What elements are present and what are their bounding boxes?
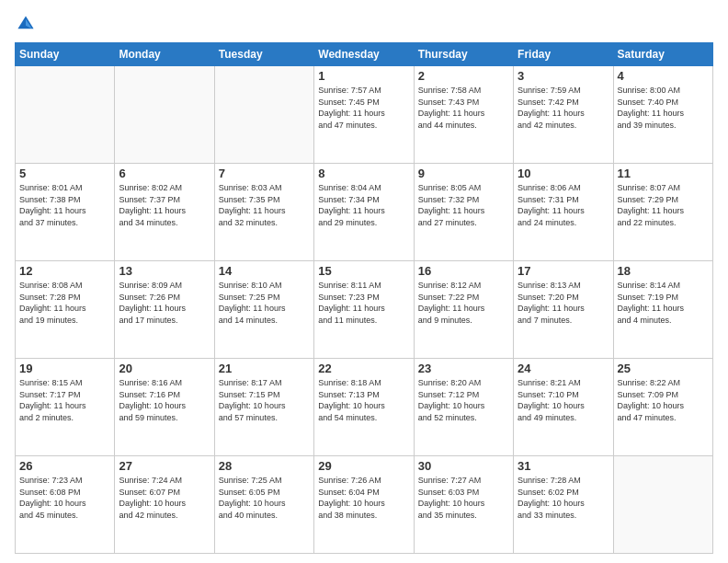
day-number: 22 — [318, 362, 409, 375]
calendar-cell: 9Sunrise: 8:05 AM Sunset: 7:32 PM Daylig… — [414, 164, 513, 261]
day-number: 19 — [19, 362, 110, 375]
day-info: Sunrise: 8:13 AM Sunset: 7:20 PM Dayligh… — [518, 280, 609, 326]
calendar-cell: 27Sunrise: 7:24 AM Sunset: 6:07 PM Dayli… — [115, 456, 214, 554]
day-info: Sunrise: 8:02 AM Sunset: 7:37 PM Dayligh… — [119, 182, 210, 228]
day-info: Sunrise: 8:04 AM Sunset: 7:34 PM Dayligh… — [318, 182, 409, 228]
calendar-cell: 12Sunrise: 8:08 AM Sunset: 7:28 PM Dayli… — [16, 261, 115, 359]
day-info: Sunrise: 8:15 AM Sunset: 7:17 PM Dayligh… — [19, 377, 110, 423]
calendar-cell: 26Sunrise: 7:23 AM Sunset: 6:08 PM Dayli… — [16, 456, 115, 554]
day-number: 6 — [119, 167, 210, 180]
day-number: 3 — [518, 69, 609, 83]
weekday-header-row: SundayMondayTuesdayWednesdayThursdayFrid… — [16, 43, 713, 66]
day-number: 23 — [418, 362, 509, 375]
calendar-cell: 22Sunrise: 8:18 AM Sunset: 7:13 PM Dayli… — [314, 359, 414, 456]
logo — [15, 13, 40, 35]
calendar-cell: 20Sunrise: 8:16 AM Sunset: 7:16 PM Dayli… — [115, 359, 214, 456]
week-row-2: 5Sunrise: 8:01 AM Sunset: 7:38 PM Daylig… — [16, 164, 713, 261]
day-info: Sunrise: 8:22 AM Sunset: 7:09 PM Dayligh… — [618, 377, 709, 423]
logo-icon — [15, 13, 37, 35]
week-row-5: 26Sunrise: 7:23 AM Sunset: 6:08 PM Dayli… — [16, 456, 713, 554]
day-number: 24 — [518, 362, 609, 375]
calendar-cell — [214, 66, 313, 164]
day-info: Sunrise: 8:18 AM Sunset: 7:13 PM Dayligh… — [318, 377, 409, 423]
day-number: 28 — [219, 459, 310, 473]
day-info: Sunrise: 8:11 AM Sunset: 7:23 PM Dayligh… — [318, 280, 409, 326]
day-info: Sunrise: 7:27 AM Sunset: 6:03 PM Dayligh… — [418, 475, 509, 521]
day-info: Sunrise: 8:05 AM Sunset: 7:32 PM Dayligh… — [418, 182, 509, 228]
calendar-cell: 17Sunrise: 8:13 AM Sunset: 7:20 PM Dayli… — [514, 261, 613, 359]
day-number: 1 — [318, 69, 409, 83]
calendar-cell: 16Sunrise: 8:12 AM Sunset: 7:22 PM Dayli… — [414, 261, 513, 359]
day-number: 13 — [119, 264, 210, 278]
day-info: Sunrise: 8:07 AM Sunset: 7:29 PM Dayligh… — [618, 182, 709, 228]
day-info: Sunrise: 8:09 AM Sunset: 7:26 PM Dayligh… — [119, 280, 210, 326]
calendar-cell: 19Sunrise: 8:15 AM Sunset: 7:17 PM Dayli… — [16, 359, 115, 456]
day-number: 8 — [318, 167, 409, 180]
day-info: Sunrise: 8:10 AM Sunset: 7:25 PM Dayligh… — [219, 280, 310, 326]
calendar-cell: 1Sunrise: 7:57 AM Sunset: 7:45 PM Daylig… — [314, 66, 414, 164]
calendar-cell: 25Sunrise: 8:22 AM Sunset: 7:09 PM Dayli… — [613, 359, 712, 456]
calendar-cell: 7Sunrise: 8:03 AM Sunset: 7:35 PM Daylig… — [214, 164, 313, 261]
calendar-table: SundayMondayTuesdayWednesdayThursdayFrid… — [15, 42, 713, 554]
week-row-1: 1Sunrise: 7:57 AM Sunset: 7:45 PM Daylig… — [16, 66, 713, 164]
day-info: Sunrise: 7:25 AM Sunset: 6:05 PM Dayligh… — [219, 475, 310, 521]
day-info: Sunrise: 7:26 AM Sunset: 6:04 PM Dayligh… — [318, 475, 409, 521]
calendar-cell: 23Sunrise: 8:20 AM Sunset: 7:12 PM Dayli… — [414, 359, 513, 456]
day-info: Sunrise: 7:23 AM Sunset: 6:08 PM Dayligh… — [19, 475, 110, 521]
calendar-cell: 6Sunrise: 8:02 AM Sunset: 7:37 PM Daylig… — [115, 164, 214, 261]
day-number: 25 — [618, 362, 709, 375]
day-info: Sunrise: 8:20 AM Sunset: 7:12 PM Dayligh… — [418, 377, 509, 423]
day-info: Sunrise: 7:58 AM Sunset: 7:43 PM Dayligh… — [418, 85, 509, 131]
day-number: 17 — [518, 264, 609, 278]
day-info: Sunrise: 8:01 AM Sunset: 7:38 PM Dayligh… — [19, 182, 110, 228]
day-number: 30 — [418, 459, 509, 473]
day-number: 4 — [618, 69, 709, 83]
day-number: 21 — [219, 362, 310, 375]
calendar-cell: 2Sunrise: 7:58 AM Sunset: 7:43 PM Daylig… — [414, 66, 513, 164]
calendar-cell: 31Sunrise: 7:28 AM Sunset: 6:02 PM Dayli… — [514, 456, 613, 554]
weekday-header-thursday: Thursday — [414, 43, 513, 66]
day-number: 16 — [418, 264, 509, 278]
day-number: 14 — [219, 264, 310, 278]
day-number: 31 — [518, 459, 609, 473]
day-info: Sunrise: 8:17 AM Sunset: 7:15 PM Dayligh… — [219, 377, 310, 423]
day-number: 18 — [618, 264, 709, 278]
week-row-3: 12Sunrise: 8:08 AM Sunset: 7:28 PM Dayli… — [16, 261, 713, 359]
day-number: 10 — [518, 167, 609, 180]
weekday-header-saturday: Saturday — [613, 43, 712, 66]
day-number: 29 — [318, 459, 409, 473]
calendar-cell: 14Sunrise: 8:10 AM Sunset: 7:25 PM Dayli… — [214, 261, 313, 359]
day-info: Sunrise: 8:14 AM Sunset: 7:19 PM Dayligh… — [618, 280, 709, 326]
day-number: 12 — [19, 264, 110, 278]
day-info: Sunrise: 8:00 AM Sunset: 7:40 PM Dayligh… — [618, 85, 709, 131]
calendar-cell: 18Sunrise: 8:14 AM Sunset: 7:19 PM Dayli… — [613, 261, 712, 359]
calendar-cell: 13Sunrise: 8:09 AM Sunset: 7:26 PM Dayli… — [115, 261, 214, 359]
day-info: Sunrise: 7:24 AM Sunset: 6:07 PM Dayligh… — [119, 475, 210, 521]
calendar-cell — [115, 66, 214, 164]
calendar-cell — [613, 456, 712, 554]
calendar-cell: 28Sunrise: 7:25 AM Sunset: 6:05 PM Dayli… — [214, 456, 313, 554]
weekday-header-monday: Monday — [115, 43, 214, 66]
day-info: Sunrise: 7:28 AM Sunset: 6:02 PM Dayligh… — [518, 475, 609, 521]
calendar-cell: 3Sunrise: 7:59 AM Sunset: 7:42 PM Daylig… — [514, 66, 613, 164]
calendar-cell: 29Sunrise: 7:26 AM Sunset: 6:04 PM Dayli… — [314, 456, 414, 554]
day-number: 9 — [418, 167, 509, 180]
day-number: 7 — [219, 167, 310, 180]
day-info: Sunrise: 7:57 AM Sunset: 7:45 PM Dayligh… — [318, 85, 409, 131]
day-info: Sunrise: 7:59 AM Sunset: 7:42 PM Dayligh… — [518, 85, 609, 131]
calendar-cell: 5Sunrise: 8:01 AM Sunset: 7:38 PM Daylig… — [16, 164, 115, 261]
weekday-header-wednesday: Wednesday — [314, 43, 414, 66]
day-number: 15 — [318, 264, 409, 278]
calendar-cell: 8Sunrise: 8:04 AM Sunset: 7:34 PM Daylig… — [314, 164, 414, 261]
calendar-cell: 11Sunrise: 8:07 AM Sunset: 7:29 PM Dayli… — [613, 164, 712, 261]
header — [15, 13, 713, 35]
day-number: 27 — [119, 459, 210, 473]
day-number: 11 — [618, 167, 709, 180]
day-info: Sunrise: 8:08 AM Sunset: 7:28 PM Dayligh… — [19, 280, 110, 326]
weekday-header-tuesday: Tuesday — [214, 43, 313, 66]
calendar-cell — [16, 66, 115, 164]
day-info: Sunrise: 8:03 AM Sunset: 7:35 PM Dayligh… — [219, 182, 310, 228]
calendar-cell: 21Sunrise: 8:17 AM Sunset: 7:15 PM Dayli… — [214, 359, 313, 456]
calendar-cell: 4Sunrise: 8:00 AM Sunset: 7:40 PM Daylig… — [613, 66, 712, 164]
day-info: Sunrise: 8:12 AM Sunset: 7:22 PM Dayligh… — [418, 280, 509, 326]
